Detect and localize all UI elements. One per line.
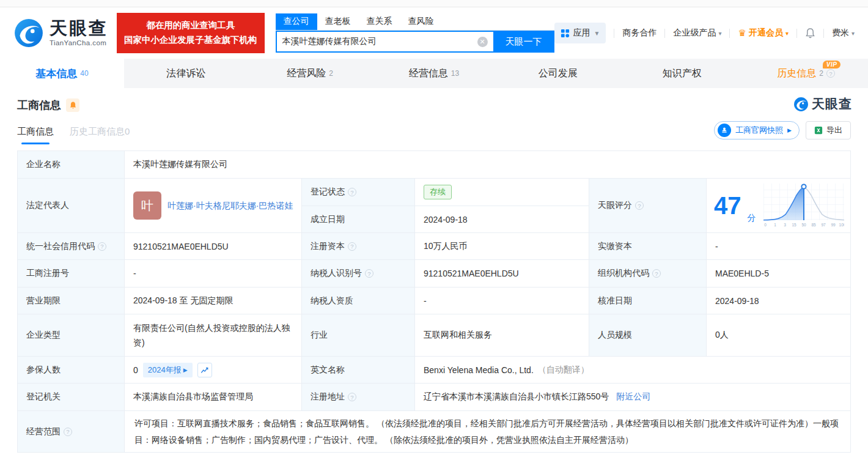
top-navigation: 应用 ▼ 商务合作 企业级产品 ▾ ♛ 开通会员 ▾ 费米 ▾ (554, 23, 855, 43)
chevron-down-icon: ▼ (594, 30, 600, 37)
nav-divider (664, 29, 665, 38)
trend-chart-icon[interactable] (197, 363, 212, 377)
notification-bell-icon[interactable] (805, 28, 815, 39)
subtab-row: 工商信息 历史工商信息0 工商官网快照 ▶ 导出 (0, 113, 868, 144)
apps-menu-button[interactable]: 应用 ▼ (554, 23, 606, 43)
english-name-label: 英文名称 (302, 357, 415, 384)
business-scope-cell: 许可项目：互联网直播技术服务；食品销售；食品互联网销售。 （依法须经批准的项目，… (125, 411, 850, 452)
registry-authority-label: 登记机关 (18, 384, 125, 411)
brand-slogan-banner: 都在用的商业查询工具 国家中小企业发展子基金旗下机构 (117, 13, 265, 53)
nav-user-menu[interactable]: 费米 ▾ (832, 28, 855, 39)
nav-open-vip[interactable]: ♛ 开通会员 ▾ (738, 28, 788, 39)
company-name-value: 本溪叶莲娜传媒有限公司 (125, 151, 850, 179)
reg-capital-label: 注册资本 ? (302, 233, 415, 260)
tab-basic-info[interactable]: 基本信息 40 (0, 59, 124, 88)
svg-text:50: 50 (801, 223, 806, 227)
help-icon: ? (64, 428, 72, 436)
approval-date-label: 核准日期 (589, 288, 707, 314)
label-text: 天眼评分 (598, 200, 632, 211)
help-icon: ? (348, 393, 356, 401)
approval-date-value: 2024-09-18 (707, 288, 850, 314)
tab-operation-risk[interactable]: 经营风险 2 (248, 59, 372, 88)
tab-operation-info[interactable]: 经营信息 13 (372, 59, 496, 88)
slogan-line2: 国家中小企业发展子基金旗下机构 (124, 33, 257, 48)
tab-count: 2 (819, 69, 823, 78)
monitor-bell-icon[interactable] (66, 98, 79, 112)
company-name-label: 企业名称 (18, 151, 125, 179)
export-button[interactable]: 导出 (806, 121, 851, 139)
auto-translate-note: （自动翻译） (538, 365, 589, 376)
search-button[interactable]: 天眼一下 (493, 31, 554, 53)
search-input-box: ✕ (276, 31, 493, 53)
stamp-icon (718, 124, 731, 137)
english-name-cell: Benxi Yelena Media Co., Ltd. （自动翻译） (415, 357, 850, 384)
tab-intellectual-property[interactable]: 知识产权 (620, 59, 744, 88)
reg-number-label: 工商注册号 (18, 260, 125, 288)
label-text: 统一社会信用代码 (26, 241, 95, 252)
section-header: 工商信息 天眼查 (0, 88, 868, 113)
nav-business-cooperation[interactable]: 商务合作 (622, 28, 657, 39)
vip-badge: VIP (823, 61, 841, 69)
chevron-down-icon: ▾ (785, 30, 789, 37)
tab-history-info[interactable]: VIP 历史信息 2 ? (744, 59, 868, 88)
credit-code-value: 91210521MAE0EHLD5U (125, 233, 302, 260)
tab-count: 2 (329, 69, 333, 78)
help-icon: ? (365, 269, 373, 278)
search-tab-relation[interactable]: 查关系 (359, 13, 400, 30)
legal-rep-avatar[interactable]: 叶 (133, 191, 161, 220)
business-info-table: 企业名称 本溪叶莲娜传媒有限公司 法定代表人 叶 叶莲娜·叶夫格尼耶夫娜·巴热诺… (17, 150, 851, 453)
establish-date-label: 成立日期 (302, 206, 415, 233)
legal-rep-name-link[interactable]: 叶莲娜·叶夫格尼耶夫娜·巴热诺娃 (167, 199, 293, 212)
label-text: 注册资本 (311, 241, 345, 252)
tab-company-development[interactable]: 公司发展 (496, 59, 620, 88)
label-text: 注册地址 (311, 391, 345, 402)
company-type-label: 企业类型 (18, 314, 125, 357)
svg-text:15: 15 (792, 223, 796, 227)
slogan-line1: 都在用的商业查询工具 (124, 18, 257, 33)
help-icon: ? (348, 242, 356, 251)
nearby-companies-link[interactable]: 附近公司 (616, 391, 650, 402)
search-input[interactable] (282, 37, 477, 46)
watermark-text: 天眼查 (812, 95, 852, 113)
svg-text:1: 1 (774, 223, 776, 227)
export-label: 导出 (826, 125, 842, 136)
clear-search-icon[interactable]: ✕ (477, 37, 488, 47)
snapshot-label: 工商官网快照 (735, 125, 783, 136)
industry-value: 互联网和相关服务 (415, 314, 589, 357)
username-label: 费米 (832, 28, 849, 39)
help-icon: ? (635, 201, 644, 210)
tianyancha-swirl-icon (793, 97, 809, 112)
subtab-business-info[interactable]: 工商信息 (17, 126, 54, 144)
reg-number-value: - (125, 260, 302, 288)
staff-size-label: 人员规模 (589, 314, 707, 357)
industry-label: 行业 (302, 314, 415, 357)
nav-divider (614, 29, 614, 38)
taxpayer-quality-value: - (415, 288, 589, 314)
annual-report-badge[interactable]: 2024年报 ▶ (143, 363, 193, 377)
official-snapshot-button[interactable]: 工商官网快照 ▶ (714, 121, 800, 139)
tab-legal-proceedings[interactable]: 法律诉讼 (124, 59, 248, 88)
crown-icon: ♛ (738, 28, 746, 39)
nav-enterprise-products[interactable]: 企业级产品 ▾ (673, 28, 721, 39)
legal-rep-label: 法定代表人 (18, 179, 125, 233)
logo-domain-text: TianYanCha.com (50, 40, 108, 47)
english-name-value: Benxi Yelena Media Co., Ltd. (424, 365, 534, 375)
apps-label: 应用 (573, 28, 590, 39)
tab-label: 知识产权 (663, 67, 702, 80)
business-scope-label: 经营范围 ? (18, 411, 125, 452)
search-tab-company[interactable]: 查公司 (276, 13, 317, 30)
search-tab-boss[interactable]: 查老板 (317, 13, 359, 30)
tab-count: 13 (451, 69, 459, 78)
report-badge-label: 2024年报 (148, 365, 182, 376)
section-title: 工商信息 (17, 98, 61, 113)
help-icon: ? (98, 242, 106, 251)
reg-capital-value: 10万人民币 (415, 233, 589, 260)
search-tab-risk[interactable]: 查风险 (400, 13, 442, 30)
search-area: 查公司 查老板 查关系 查风险 ✕ 天眼一下 (276, 13, 554, 53)
svg-text:100: 100 (839, 223, 844, 227)
tianyancha-logo[interactable]: 天眼查 TianYanCha.com (13, 18, 108, 48)
business-term-label: 营业期限 (18, 288, 125, 314)
tab-label: 历史信息 (777, 67, 816, 80)
subtab-history-business-info[interactable]: 历史工商信息0 (70, 126, 130, 144)
insured-count-label: 参保人数 (18, 357, 125, 384)
